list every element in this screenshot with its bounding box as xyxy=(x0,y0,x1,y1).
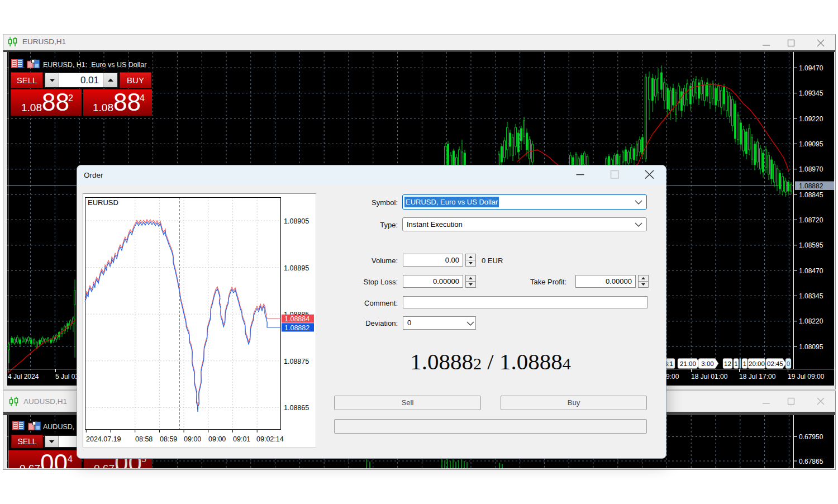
svg-text:1.08970: 1.08970 xyxy=(799,165,823,173)
svg-text:1.08884: 1.08884 xyxy=(284,315,310,323)
svg-text:1.08882: 1.08882 xyxy=(799,182,823,190)
svg-text:1.08895: 1.08895 xyxy=(284,264,309,272)
svg-text:1.08875: 1.08875 xyxy=(284,358,309,365)
svg-text:1: 1 xyxy=(743,360,746,367)
svg-text:2024.07.19: 2024.07.19 xyxy=(86,435,121,443)
svg-text:1.08345: 1.08345 xyxy=(799,292,823,300)
svg-text:12: 12 xyxy=(724,360,731,367)
svg-text:0: 0 xyxy=(787,360,790,367)
svg-text:1.08095: 1.08095 xyxy=(799,343,823,351)
svg-text:1.08720: 1.08720 xyxy=(799,216,823,224)
svg-text:08:59: 08:59 xyxy=(160,435,177,443)
svg-text:1.08882: 1.08882 xyxy=(284,324,310,332)
svg-text:09:02:14: 09:02:14 xyxy=(256,435,284,443)
svg-text:1.09095: 1.09095 xyxy=(799,140,823,148)
svg-text:09:00: 09:00 xyxy=(184,435,201,443)
svg-text:18 Jul 17:00: 18 Jul 17:00 xyxy=(739,373,776,381)
svg-text:1.08595: 1.08595 xyxy=(799,241,823,249)
svg-text:3:00: 3:00 xyxy=(701,360,713,367)
svg-text:1.09345: 1.09345 xyxy=(799,89,823,97)
svg-text:1.09470: 1.09470 xyxy=(799,64,823,72)
svg-text:1.08905: 1.08905 xyxy=(284,217,309,225)
svg-text:1.08865: 1.08865 xyxy=(284,404,309,412)
svg-text:1.09220: 1.09220 xyxy=(799,115,823,123)
svg-text:19 Jul 09:00: 19 Jul 09:00 xyxy=(788,373,825,381)
svg-text:EURUSD: EURUSD xyxy=(88,198,118,207)
svg-text:09:00: 09:00 xyxy=(208,435,226,443)
svg-text:1.08470: 1.08470 xyxy=(799,267,823,275)
svg-text:21:00: 21:00 xyxy=(680,360,696,367)
svg-text:18 Jul 01:00: 18 Jul 01:00 xyxy=(691,373,728,381)
svg-text:1.08845: 1.08845 xyxy=(799,191,823,199)
svg-text:02:45: 02:45 xyxy=(767,360,783,367)
svg-text:4 Jul 2024: 4 Jul 2024 xyxy=(8,373,39,381)
svg-text:1: 1 xyxy=(734,360,737,367)
svg-text:08:58: 08:58 xyxy=(135,435,153,443)
svg-text:1.08220: 1.08220 xyxy=(799,317,823,325)
svg-text:20:00: 20:00 xyxy=(749,360,765,367)
svg-text:09:01: 09:01 xyxy=(233,435,250,443)
